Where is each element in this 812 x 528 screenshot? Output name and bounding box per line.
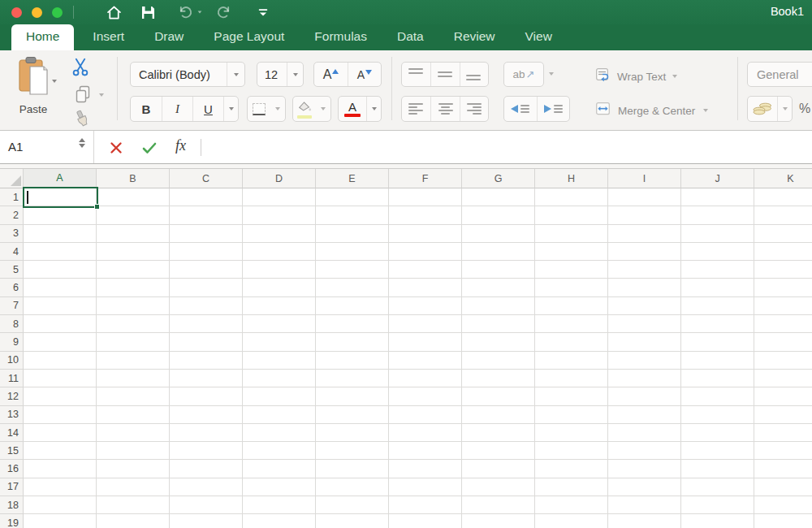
cell-J15[interactable] <box>681 442 754 460</box>
cell-J11[interactable] <box>681 370 754 387</box>
cell-E6[interactable] <box>316 279 389 296</box>
close-button[interactable] <box>11 7 22 18</box>
tab-insert[interactable]: Insert <box>93 24 124 50</box>
cell-H1[interactable] <box>535 188 608 206</box>
cell-C5[interactable] <box>170 261 243 279</box>
cell-A13[interactable] <box>24 406 97 424</box>
cell-E7[interactable] <box>316 297 389 315</box>
cell-H8[interactable] <box>535 315 608 333</box>
cell-F11[interactable] <box>389 370 462 387</box>
cell-K9[interactable] <box>754 333 812 351</box>
cell-H13[interactable] <box>535 406 608 424</box>
cell-E18[interactable] <box>316 496 389 514</box>
cell-F17[interactable] <box>389 478 462 496</box>
cell-C4[interactable] <box>170 243 243 261</box>
cell-B2[interactable] <box>97 206 170 224</box>
cell-I6[interactable] <box>608 279 681 296</box>
cell-C3[interactable] <box>170 225 243 243</box>
tab-page-layout[interactable]: Page Layout <box>214 24 284 50</box>
cell-A3[interactable] <box>24 225 97 243</box>
cell-J1[interactable] <box>681 188 754 206</box>
enter-button[interactable] <box>140 139 158 157</box>
bold-button[interactable]: B <box>131 97 162 121</box>
cell-F8[interactable] <box>389 315 462 333</box>
cell-E4[interactable] <box>316 243 389 261</box>
cell-A19[interactable] <box>24 514 97 528</box>
cell-H6[interactable] <box>535 279 608 296</box>
row-header-10[interactable]: 10 <box>0 352 24 370</box>
cell-E2[interactable] <box>316 206 389 224</box>
cell-B14[interactable] <box>97 424 170 442</box>
cell-A11[interactable] <box>24 370 97 387</box>
cell-K15[interactable] <box>754 442 812 460</box>
increase-indent-button[interactable] <box>537 97 569 121</box>
row-header-18[interactable]: 18 <box>0 496 24 514</box>
cell-G1[interactable] <box>462 188 535 206</box>
cell-E14[interactable] <box>316 424 389 442</box>
cell-I10[interactable] <box>608 352 681 370</box>
cell-E5[interactable] <box>316 261 389 279</box>
orientation-dropdown[interactable] <box>549 72 554 76</box>
copy-dropdown[interactable] <box>99 93 104 97</box>
cell-A8[interactable] <box>24 315 97 333</box>
cell-G12[interactable] <box>462 387 535 405</box>
cell-G10[interactable] <box>462 352 535 370</box>
cell-D19[interactable] <box>243 514 316 528</box>
wrap-text-button[interactable]: Wrap Text <box>596 68 677 84</box>
home-shortcut-button[interactable] <box>104 0 123 24</box>
cell-K3[interactable] <box>754 225 812 243</box>
cut-button[interactable] <box>68 57 93 80</box>
cell-G16[interactable] <box>462 460 535 478</box>
cell-B19[interactable] <box>97 514 170 528</box>
cell-K13[interactable] <box>754 406 812 424</box>
cell-F1[interactable] <box>389 188 462 206</box>
redo-button[interactable] <box>214 0 233 24</box>
cell-A15[interactable] <box>24 442 97 460</box>
cell-E3[interactable] <box>316 225 389 243</box>
cell-G4[interactable] <box>462 243 535 261</box>
row-header-2[interactable]: 2 <box>0 206 24 224</box>
column-header-C[interactable]: C <box>170 169 243 188</box>
align-left-button[interactable] <box>402 97 430 121</box>
cell-D18[interactable] <box>243 496 316 514</box>
cell-I15[interactable] <box>608 442 681 460</box>
cell-E11[interactable] <box>316 370 389 387</box>
cell-H12[interactable] <box>535 387 608 405</box>
undo-button[interactable] <box>175 0 195 24</box>
cell-F9[interactable] <box>389 333 462 351</box>
zoom-button[interactable] <box>52 7 63 18</box>
cell-H14[interactable] <box>535 424 608 442</box>
cell-F6[interactable] <box>389 279 462 296</box>
cell-I13[interactable] <box>608 406 681 424</box>
cell-J19[interactable] <box>681 514 754 528</box>
cell-K19[interactable] <box>754 514 812 528</box>
cell-F19[interactable] <box>389 514 462 528</box>
cell-E8[interactable] <box>316 315 389 333</box>
cell-G2[interactable] <box>462 206 535 224</box>
cell-H15[interactable] <box>535 442 608 460</box>
cell-C1[interactable] <box>170 188 243 206</box>
cell-K10[interactable] <box>754 352 812 370</box>
decrease-indent-button[interactable] <box>504 97 537 121</box>
cell-E17[interactable] <box>316 478 389 496</box>
cell-H3[interactable] <box>535 225 608 243</box>
cell-E16[interactable] <box>316 460 389 478</box>
cell-K17[interactable] <box>754 478 812 496</box>
cell-I7[interactable] <box>608 297 681 315</box>
cell-D5[interactable] <box>243 261 316 279</box>
cell-B10[interactable] <box>97 352 170 370</box>
cell-H4[interactable] <box>535 243 608 261</box>
tab-data[interactable]: Data <box>397 24 424 50</box>
middle-align-button[interactable] <box>430 63 459 86</box>
cell-G18[interactable] <box>462 496 535 514</box>
cell-G15[interactable] <box>462 442 535 460</box>
cell-D16[interactable] <box>243 460 316 478</box>
row-header-5[interactable]: 5 <box>0 261 24 279</box>
cell-I16[interactable] <box>608 460 681 478</box>
cell-D6[interactable] <box>243 279 316 296</box>
cell-I19[interactable] <box>608 514 681 528</box>
cell-A16[interactable] <box>24 460 97 478</box>
cell-F12[interactable] <box>389 387 462 405</box>
cell-I18[interactable] <box>608 496 681 514</box>
cell-H5[interactable] <box>535 261 608 279</box>
